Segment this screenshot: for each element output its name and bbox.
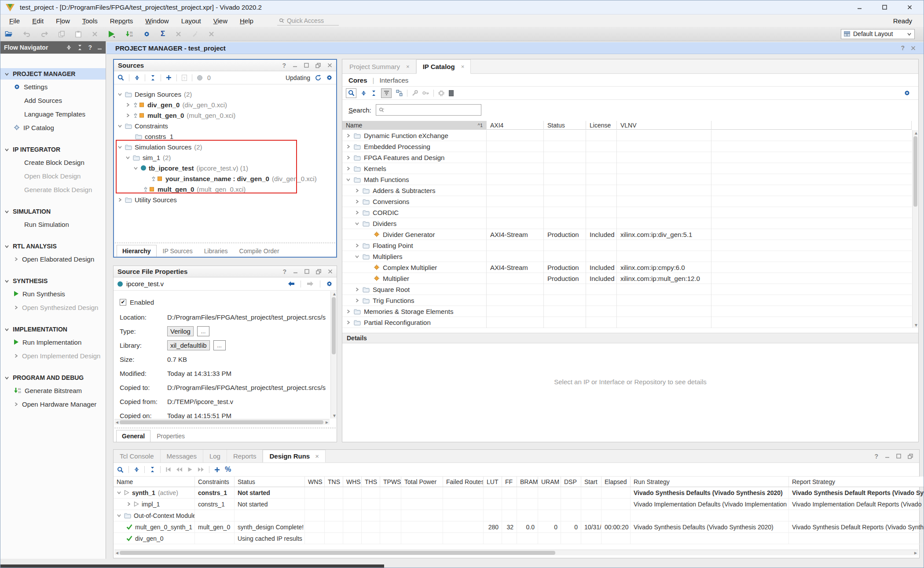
flownav-section-rtl-analysis[interactable]: RTL ANALYSIS [0,241,106,251]
scroll-up-icon[interactable]: ▲ [914,131,918,135]
flownav-item-run-implementation[interactable]: Run Implementation [0,337,106,347]
subtab-interfaces[interactable]: Interfaces [379,76,408,84]
chevron-down-icon[interactable] [117,513,121,518]
column-header-license[interactable]: License [586,121,617,129]
search-button[interactable] [117,466,124,473]
go-first-button[interactable] [165,467,171,472]
chip-button[interactable] [438,90,444,96]
doc-help-button[interactable]: ? [182,75,187,81]
field-input-type[interactable]: Verilog [167,326,194,336]
run-row-mult-gen-0-synth-1[interactable]: mult_gen_0_synth_1mult_gen_0synth_design… [114,521,924,533]
ellipsis-button[interactable]: ... [213,340,226,350]
scroll-down-icon[interactable]: ▼ [332,413,337,418]
tree-row-div-gen-0[interactable]: div_gen_0(div_gen_0.xci) [114,99,336,110]
tab-ip-sources[interactable]: IP Sources [158,245,198,257]
maximize-button[interactable] [304,62,309,69]
search-button[interactable] [117,74,124,81]
flownav-section-implementation[interactable]: IMPLEMENTATION [0,324,106,335]
play-run-button[interactable] [187,467,193,472]
ip-row-dividers[interactable]: Dividers [342,218,912,229]
copy-button[interactable] [59,31,65,37]
float-button[interactable] [908,454,913,459]
ip-row-multipliers[interactable]: Multipliers [342,251,912,262]
scroll-left-icon[interactable]: ◄ [115,550,119,555]
ip-row-embedded-processing[interactable]: Embedded Processing [342,141,912,152]
tab-libraries[interactable]: Libraries [199,245,233,257]
menu-edit[interactable]: Edit [26,16,50,26]
column-header-uram[interactable]: URAM [538,477,561,487]
flownav-item-ip-catalog[interactable]: IP Catalog [0,122,106,133]
tree-row-mult-gen-0[interactable]: mult_gen_0(mult_gen_0.xci) [114,184,336,194]
taxonomy-filter-button[interactable] [381,88,392,98]
chevron-down-icon[interactable] [133,166,138,171]
field-input-library[interactable]: xil_defaultlib [167,340,210,350]
group-by-button[interactable] [396,90,403,96]
column-header-vlnv[interactable]: VLNV [617,121,711,129]
chevron-down-icon[interactable] [355,221,359,226]
chevron-right-icon[interactable] [126,502,131,506]
run-button[interactable] [108,30,115,38]
quick-access-input[interactable]: Quick Access [277,16,339,25]
flownav-item-add-sources[interactable]: Add Sources [0,95,106,106]
flownav-item-settings[interactable]: Settings [0,81,106,92]
column-header-run-strategy[interactable]: Run Strategy [631,477,789,487]
refresh-button[interactable] [315,75,321,81]
maximize-button[interactable] [896,454,901,459]
menu-file[interactable]: File [3,16,26,26]
column-header-wns[interactable]: WNS [305,477,325,487]
column-header-whs[interactable]: WHS [343,477,362,487]
column-header-status[interactable]: Status [544,121,586,129]
column-header-status[interactable]: Status [235,477,305,487]
settings-gear-button[interactable] [326,280,333,287]
settings-button[interactable] [143,31,150,37]
chevron-right-icon[interactable] [346,144,351,149]
license-button[interactable] [422,91,429,95]
minimize-button[interactable] [885,454,890,459]
close-button[interactable] [327,62,332,69]
maximize-button[interactable] [882,5,887,10]
collapse-all-button[interactable] [134,466,139,473]
flownav-section-simulation[interactable]: SIMULATION [0,206,106,217]
scroll-up-icon[interactable]: ▲ [332,291,337,296]
column-header-start[interactable]: Start [581,477,601,487]
scroll-left-icon[interactable]: ◄ [115,420,119,425]
column-header-failed-routes[interactable]: Failed Routes [443,477,484,487]
minimize-button[interactable] [293,62,297,69]
repository-button[interactable] [449,90,454,96]
scrollbar-thumb[interactable] [120,551,555,555]
tree-row-your-instance-name-div-gen-0[interactable]: your_instance_name : div_gen_0(div_gen_0… [114,173,336,184]
close-button[interactable] [328,268,333,275]
ip-row-trig-functions[interactable]: Trig Functions [342,295,912,306]
minimize-button[interactable] [857,5,862,10]
redo-button[interactable] [41,31,48,37]
tree-row-utility-sources[interactable]: Utility Sources [114,194,336,205]
ip-row-memories-storage-elements[interactable]: Memories & Storage Elements [342,306,912,317]
tab-project-summary[interactable]: Project Summary× [343,60,416,73]
collapse-all-button[interactable] [66,44,72,51]
ip-row-divider-generator[interactable]: Divider GeneratorAXI4-StreamProductionIn… [342,229,912,240]
tree-row-sim-1[interactable]: sim_1(2) [114,152,336,163]
column-header-lut[interactable]: LUT [484,477,502,487]
delete-button[interactable] [92,31,98,37]
enabled-checkbox[interactable]: ✔ [120,299,126,306]
forward-button[interactable] [307,281,314,287]
ip-row-fpga-features-and-design[interactable]: FPGA Features and Design [342,152,912,163]
close-tab-icon[interactable]: × [406,63,410,70]
customize-button[interactable] [412,90,418,96]
ip-row-floating-point[interactable]: Floating Point [342,240,912,251]
chevron-right-icon[interactable] [346,320,351,325]
expand-all-button[interactable] [77,44,83,51]
chevron-right-icon[interactable] [355,243,359,248]
disabled-action-button[interactable] [176,31,181,37]
scroll-right-icon[interactable]: ► [913,550,918,555]
tree-row-design-sources[interactable]: Design Sources(2) [114,89,336,99]
ellipsis-button[interactable]: ... [197,326,209,336]
flownav-item-create-block-design[interactable]: Create Block Design [0,157,106,167]
chevron-right-icon[interactable] [355,188,359,193]
ip-row-conversions[interactable]: Conversions [342,196,912,207]
edit-disabled-button[interactable] [192,31,198,37]
column-header-tpws[interactable]: TPWS [380,477,401,487]
chevron-right-icon[interactable] [125,113,130,118]
cancel-disabled-button[interactable] [209,31,214,37]
column-header-ff[interactable]: FF [502,477,517,487]
